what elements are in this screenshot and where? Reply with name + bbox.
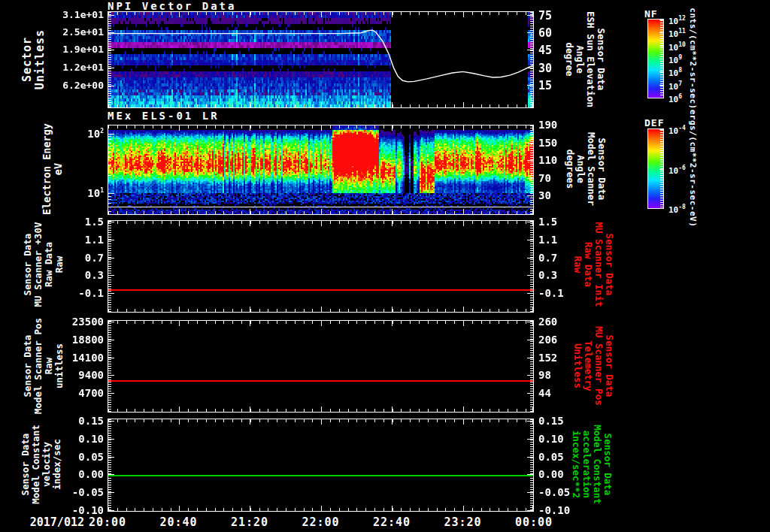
y-log-minor-tick (108, 147, 111, 147)
y-major-tick (108, 358, 114, 358)
colorbar-major-tick (659, 208, 663, 209)
y-major-tick (108, 375, 114, 376)
colorbar-tick-label: 1011 (668, 28, 686, 39)
y-tick-label: 30 (538, 189, 584, 201)
x-major-tick (321, 221, 322, 226)
y-tick-label: 14100 (29, 352, 104, 364)
colorbar-tick-label: 107 (668, 80, 682, 92)
x-major-tick (532, 125, 533, 131)
x-major-tick (108, 125, 108, 131)
y-log-minor-tick (108, 203, 111, 204)
x-major-tick (321, 407, 322, 412)
x-major-tick (392, 209, 393, 214)
x-major-tick (321, 419, 322, 425)
y-tick-label: 3.1e+01 (29, 9, 104, 20)
y-log-minor-tick (108, 175, 111, 176)
els-spectrogram-canvas (108, 125, 533, 214)
y-tick-label: 18800 (29, 334, 104, 346)
y-minor-ticks (108, 221, 111, 312)
x-tick-label: 20:40 (151, 515, 207, 529)
y-tick-label: 75 (538, 9, 584, 23)
y-major-tick (527, 492, 533, 493)
y-major-tick (108, 134, 114, 135)
y-tick-label: 102 (29, 128, 104, 140)
y-tick-label: 0.7 (29, 252, 104, 264)
x-major-tick (321, 12, 322, 17)
x-major-tick (321, 321, 322, 326)
x-major-tick (321, 506, 322, 511)
x-major-tick (250, 419, 250, 425)
y-log-minor-tick (108, 157, 111, 158)
y-minor-ticks (530, 321, 533, 412)
x-major-tick (250, 321, 250, 326)
y-tick-label: 190 (538, 119, 584, 131)
y-major-tick (527, 125, 533, 125)
x-major-tick (392, 419, 393, 425)
panel2-title: MEx ELS-01 LR (108, 110, 220, 122)
x-major-tick (179, 125, 180, 131)
y-major-tick (527, 393, 533, 394)
y-log-minor-tick (108, 152, 111, 153)
x-major-tick (179, 102, 180, 107)
x-major-tick (108, 102, 108, 107)
x-major-tick (108, 407, 108, 412)
y-tick-label: 0.05 (538, 451, 584, 463)
y-major-tick (108, 457, 114, 458)
y-major-tick (527, 510, 533, 511)
y-tick-label: 0.3 (29, 269, 104, 281)
y-minor-ticks (530, 419, 533, 511)
y-major-tick (527, 258, 533, 258)
y-major-tick (527, 457, 533, 458)
colorbar-tick-label: 1010 (668, 41, 686, 53)
model-constant-velocity-panel (108, 419, 534, 512)
x-major-tick (321, 209, 322, 214)
y-minor-ticks (530, 12, 533, 107)
colorbar-major-tick (659, 98, 663, 98)
x-major-tick (392, 506, 393, 511)
npi-spectrogram-panel (108, 11, 534, 108)
y-major-tick (527, 375, 533, 376)
x-major-tick (179, 419, 180, 425)
model-scanner-pos-panel (108, 320, 534, 413)
y-log-minor-tick (108, 199, 111, 200)
x-major-tick (532, 209, 533, 214)
series-line (108, 475, 533, 476)
y-major-tick (108, 258, 114, 258)
y-tick-label: 30 (538, 62, 584, 75)
y-major-tick (527, 275, 533, 276)
y-major-tick (527, 68, 533, 68)
y-tick-label: 15 (538, 79, 584, 92)
y-major-tick (527, 240, 533, 240)
y-log-minor-tick (108, 139, 111, 140)
series-line (108, 380, 533, 382)
y-major-tick (527, 439, 533, 440)
y-major-tick (527, 160, 533, 161)
y-log-minor-tick (108, 136, 111, 137)
x-major-tick (250, 221, 250, 226)
y-tick-label: 152 (538, 352, 584, 364)
x-tick-label: 00:00 (506, 515, 562, 529)
y-major-tick (108, 15, 114, 16)
x-major-tick (179, 12, 180, 17)
x-major-tick (250, 209, 250, 214)
y-tick-label: 4700 (29, 387, 104, 399)
x-major-tick (250, 307, 250, 312)
x-major-tick (392, 321, 393, 326)
x-major-tick (392, 12, 393, 17)
x-major-tick (532, 407, 533, 412)
els-spectrogram-panel (108, 125, 534, 215)
y-tick-label: 1.5 (29, 216, 104, 228)
y-tick-label: 0.7 (538, 252, 584, 264)
y-tick-label: -0.1 (29, 287, 104, 299)
y-major-tick (108, 275, 114, 276)
y-tick-label: 0.3 (538, 269, 584, 281)
y-tick-label: -0.10 (538, 504, 584, 516)
y-major-tick (527, 293, 533, 294)
x-major-tick (179, 209, 180, 214)
y-tick-label: 150 (538, 137, 584, 149)
y-major-tick (527, 32, 533, 33)
y-major-tick (108, 340, 114, 340)
y-tick-label: -0.05 (538, 486, 584, 498)
y-tick-label: 0.00 (538, 468, 584, 480)
x-major-tick (250, 12, 250, 17)
